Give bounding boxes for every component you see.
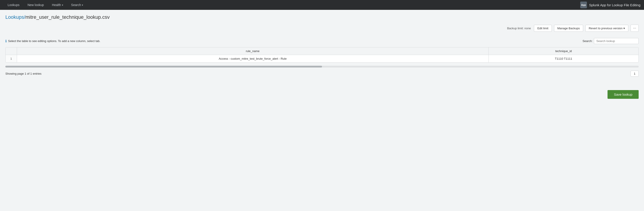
app-brand: App Splunk App for Lookup File Editing — [580, 1, 640, 8]
col-header-rownum — [6, 47, 17, 55]
page-filename: mitre_user_rule_technique_lookup.csv — [25, 14, 110, 20]
save-lookup-button[interactable]: Save lookup — [608, 90, 639, 99]
more-options-button[interactable]: ⋯ — [630, 24, 639, 32]
showing-entries-text: Showing page 1 of 1 entries — [5, 72, 42, 75]
toolbar: Backup limit: none Edit limit Manage Bac… — [5, 24, 639, 32]
info-message-text: Select the table to see editing options.… — [8, 39, 100, 43]
info-message-area: ℹ Select the table to see editing option… — [5, 39, 100, 43]
search-bar: Search: — [582, 38, 639, 44]
nav-search-label: Search — [71, 3, 81, 7]
nav-links: Lookups New lookup Health ▾ Search ▾ — [4, 0, 87, 10]
lookup-table[interactable]: rule_name technique_id 1 Access - custom… — [5, 47, 639, 63]
app-icon: App — [580, 1, 587, 8]
revert-button[interactable]: Revert to previous version ▾ — [585, 25, 628, 32]
info-icon: ℹ — [5, 39, 7, 43]
page-number-box[interactable]: 1 — [630, 71, 639, 77]
col-header-rule-name: rule_name — [17, 47, 488, 55]
nav-item-search[interactable]: Search ▾ — [67, 0, 87, 10]
app-icon-label: App — [581, 3, 586, 6]
revert-dropdown-arrow: ▾ — [624, 27, 625, 30]
table-header-row: rule_name technique_id — [6, 47, 638, 55]
nav-item-lookups[interactable]: Lookups — [4, 0, 24, 10]
search-label: Search: — [582, 39, 592, 43]
backup-limit-text: Backup limit: none — [507, 27, 531, 30]
table-footer: Showing page 1 of 1 entries 1 — [5, 71, 639, 77]
cell-rownum-1: 1 — [6, 55, 17, 63]
nav-item-health[interactable]: Health ▾ — [48, 0, 67, 10]
page-title-area: Lookups/ mitre_user_rule_technique_looku… — [5, 14, 639, 20]
col-header-technique-id: technique_id — [488, 47, 638, 55]
cell-technique-id-1: T1110 T1111 — [488, 55, 638, 63]
cell-rule-name-1: Access - custom_mitre_test_brute_force_a… — [17, 55, 488, 63]
edit-limit-button[interactable]: Edit limit — [534, 25, 552, 32]
health-dropdown-arrow: ▾ — [62, 4, 63, 6]
revert-label: Revert to previous version — [589, 27, 622, 30]
manage-backups-button[interactable]: Manage Backups — [554, 25, 583, 32]
horizontal-scrollbar[interactable] — [5, 66, 639, 67]
navbar: Lookups New lookup Health ▾ Search ▾ App… — [0, 0, 644, 10]
breadcrumb-link[interactable]: Lookups/ — [5, 14, 25, 20]
table-row[interactable]: 1 Access - custom_mitre_test_brute_force… — [6, 55, 638, 63]
search-dropdown-arrow: ▾ — [82, 4, 83, 6]
nav-health-label: Health — [52, 3, 61, 7]
nav-item-new-lookup[interactable]: New lookup — [24, 0, 48, 10]
app-title: Splunk App for Lookup File Editing — [589, 3, 640, 7]
info-bar: ℹ Select the table to see editing option… — [5, 38, 639, 44]
data-table: rule_name technique_id 1 Access - custom… — [6, 47, 638, 62]
save-area: Save lookup — [5, 90, 639, 99]
main-content: Lookups/ mitre_user_rule_technique_looku… — [0, 10, 644, 103]
scrollbar-thumb[interactable] — [5, 66, 322, 67]
search-input[interactable] — [594, 38, 639, 44]
